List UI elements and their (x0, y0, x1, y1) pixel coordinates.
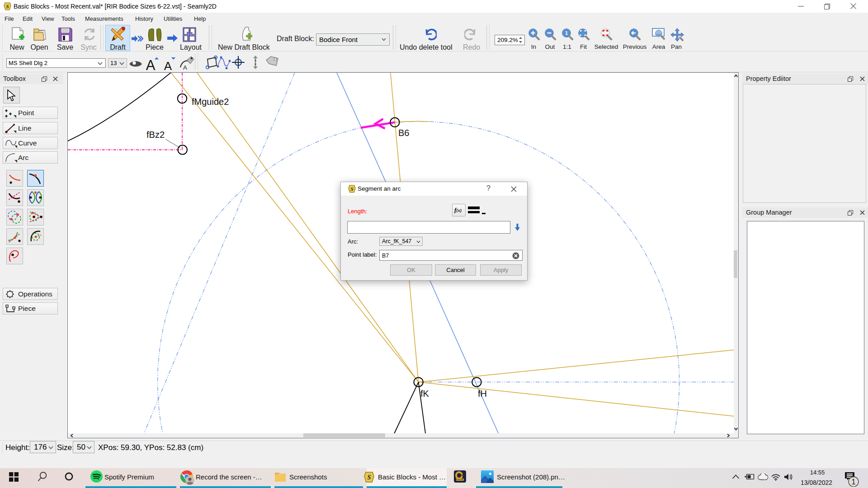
svg-text:fK: fK (420, 389, 429, 399)
svg-text:S: S (368, 474, 371, 481)
svg-text:A: A (183, 64, 187, 70)
svg-text:B6: B6 (398, 128, 409, 138)
svg-text:A: A (164, 59, 172, 71)
svg-text:fH: fH (478, 389, 487, 399)
svg-text:1: 1 (852, 478, 856, 486)
svg-text:fBz2: fBz2 (146, 130, 165, 140)
svg-text:A: A (146, 57, 156, 71)
svg-text:S: S (6, 4, 9, 9)
svg-text:S: S (350, 186, 353, 192)
svg-text:fMguide2: fMguide2 (192, 97, 229, 107)
svg-text:1: 1 (565, 30, 568, 36)
